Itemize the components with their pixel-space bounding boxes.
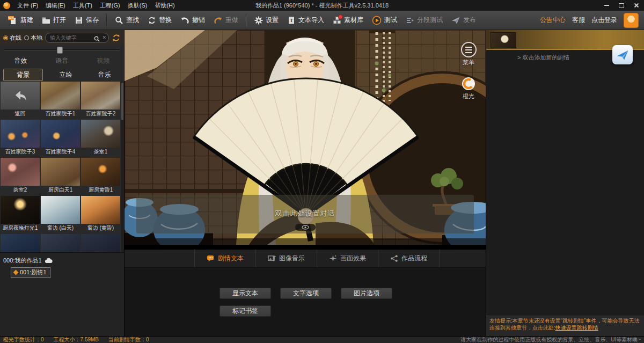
material-library-button-label: 素材库 [344,16,363,25]
redo-button[interactable]: 重做 [210,13,242,28]
dialog-setup-area[interactable]: 双击此处设置对话 [136,195,474,233]
category-row-2: 背景 立绘 音乐 [0,68,124,82]
preview-menu-button[interactable]: 菜单 [457,42,480,67]
thumb-item[interactable]: 厨房白天1 [41,158,80,194]
maximize-button[interactable] [618,2,625,9]
orange-light-watermark: 橙光 [457,76,480,100]
new-button[interactable]: NEW 新建 [4,13,37,28]
close-icon [634,3,639,8]
publish-button-label: 发布 [463,16,476,25]
replace-button[interactable]: 替换 [144,13,175,28]
undo-button[interactable]: 撤销 [177,13,209,28]
add-plot-arrow: > [517,54,521,61]
thumb-item[interactable]: 百姓家院子2 [81,82,120,118]
thumb-image [41,196,80,224]
app-window: 文件 (F) 编辑(E) 工具(T) 工程(G) 换肤(S) 帮助(H) 我的作… [0,0,644,343]
project-tree-panel: 000:我的作品1 001:剧情1 [0,252,124,336]
play-test-icon [372,16,382,25]
login-link[interactable]: 点击登录 [591,16,617,25]
thumb-item[interactable]: 茶室1 [81,120,120,156]
test-button-label: 测试 [384,16,397,25]
material-library-icon [333,16,341,25]
back-thumb-image [1,82,40,110]
thumb-image [1,196,40,224]
segment-test-button[interactable]: 分段测试 [402,13,447,28]
menu-help[interactable]: 帮助(H) [151,0,178,11]
category-sprite[interactable]: 立绘 [46,68,85,81]
tab-plot-text[interactable]: 剧情文本 [194,250,256,267]
thumb-item[interactable]: 厨房夜晚灯光1 [1,196,40,232]
show-text-button[interactable]: 显示文本 [219,288,271,299]
thumb-item[interactable]: 百姓家院子1 [41,82,80,118]
quick-setup-jump-link[interactable]: 快速设置跳转剧情 [555,325,598,331]
find-button[interactable]: 查找 [111,13,143,28]
text-import-button[interactable]: T 文本导入 [283,13,328,28]
thumb-item[interactable] [41,234,80,252]
plot-list-panel: > 双击添加新的剧情 友情提示:本章节末还没有设置“跳转剧情”事件，可能会导致无… [486,30,644,336]
plot-text-editor-body: 显示文本 文字选项 图片选项 标记书签 [125,268,486,336]
quick-jump-button[interactable] [612,45,633,64]
thumb-item[interactable] [1,234,40,252]
preview-letterbox [125,245,486,250]
bookmark-button[interactable]: 标记书签 [219,305,271,317]
plot-word-count-stat: 当前剧情字数：0 [108,336,149,343]
thumb-item[interactable]: 窗边 (黄昏) [81,196,120,232]
eye-icon [302,225,309,230]
menu-project[interactable]: 工程(G) [96,0,124,11]
image-options-button[interactable]: 图片选项 [341,288,392,299]
category-video[interactable]: 视频 [83,54,124,67]
scene-preview[interactable]: 双击此处设置对话 菜单 橙光 [125,30,486,245]
clear-search-icon[interactable]: ✕ [102,35,106,40]
tree-root-item[interactable]: 000:我的作品1 [3,257,121,265]
slider-handle[interactable] [57,47,63,54]
redo-arrow-icon [214,16,223,25]
close-button[interactable] [633,2,640,9]
save-button[interactable]: 保存 [71,13,103,28]
thumb-item[interactable]: 百姓家院子3 [1,120,40,156]
tab-screen-effects[interactable]: 画面效果 [317,250,378,267]
source-online-radio[interactable]: 在线 [3,34,21,42]
publish-button[interactable]: 发布 [448,13,480,28]
menu-file[interactable]: 文件 (F) [13,0,42,11]
window-controls [603,0,640,11]
open-button[interactable]: 打开 [38,13,70,28]
menu-lines-icon [461,42,477,57]
thumb-label: 窗边 (黄昏) [81,224,120,232]
category-voice[interactable]: 语音 [41,54,83,67]
menu-skin[interactable]: 换肤(S) [124,0,151,11]
material-library-button[interactable]: 素材库 [329,13,367,28]
text-options-button[interactable]: 文字选项 [280,288,332,299]
thumb-image [41,82,80,110]
source-local-radio[interactable]: 本地 [24,34,42,42]
category-background[interactable]: 背景 [3,69,43,81]
thumb-item[interactable]: 窗边 (白天) [41,196,80,232]
thumbnail-scrollbar[interactable] [121,82,124,252]
search-icon[interactable] [94,34,100,44]
announcement-center-link[interactable]: 公告中心 [540,16,566,25]
minimize-button[interactable] [603,2,610,9]
test-button[interactable]: 测试 [368,13,401,28]
orange-light-logo-icon [461,76,476,91]
tab-work-flow[interactable]: 作品流程 [378,250,440,267]
thumb-item[interactable] [81,234,120,252]
add-plot-hint[interactable]: > 双击添加新的剧情 [517,54,570,62]
thumb-item[interactable]: 百姓家院子4 [41,120,80,156]
cloud-icon [45,258,53,264]
dialog-visibility-toggle[interactable] [295,224,316,231]
tab-image-music[interactable]: 图像音乐 [256,250,317,267]
settings-button[interactable]: 设置 [251,13,282,28]
tree-plot-item-selected[interactable]: 001:剧情1 [11,267,50,278]
thumb-item[interactable]: 厨房黄昏1 [81,158,120,194]
menu-edit[interactable]: 编辑(E) [42,0,69,11]
customer-service-link[interactable]: 客服 [572,16,585,25]
tree-root-label: 000:我的作品1 [3,257,42,265]
category-music[interactable]: 音乐 [85,68,124,81]
thumb-item[interactable]: 茶室2 [1,158,40,194]
user-avatar[interactable] [624,13,639,28]
refresh-button[interactable] [112,33,121,42]
thumb-back[interactable]: 返回 [1,82,40,118]
category-sound[interactable]: 音效 [0,54,41,67]
paper-plane-blue-icon [616,48,630,61]
scrollbar-thumb[interactable] [121,83,123,120]
menu-tools[interactable]: 工具(T) [69,0,96,11]
